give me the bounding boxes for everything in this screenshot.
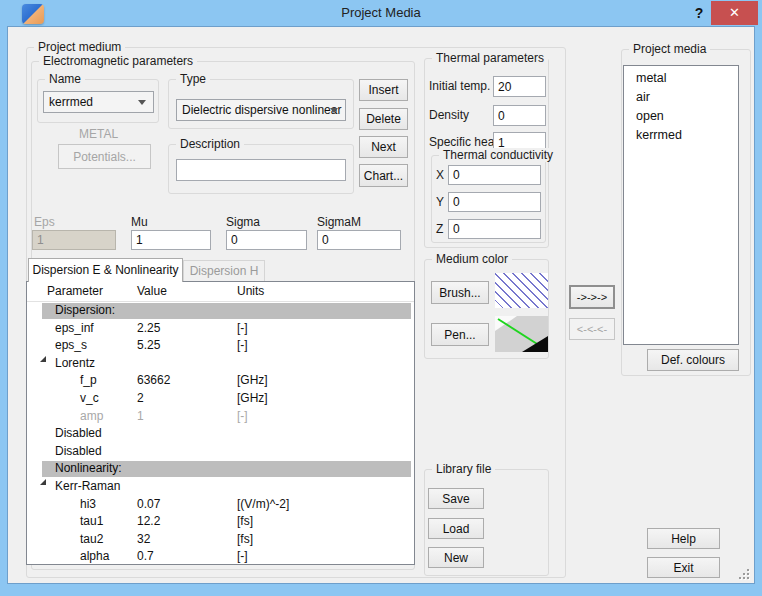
cond-y-label: Y — [436, 195, 444, 209]
table-row[interactable]: Lorentz — [27, 355, 414, 373]
section-label: Nonlinearity: — [55, 461, 122, 475]
name-combobox-value: kerrmed — [49, 95, 93, 109]
mu-field[interactable] — [131, 230, 211, 250]
units-cell: [(V/m)^-2] — [237, 497, 289, 511]
eps-label: Eps — [34, 215, 55, 229]
table-row[interactable]: Disabled — [27, 443, 414, 461]
value-cell[interactable]: 5.25 — [137, 338, 160, 352]
table-row[interactable]: amp1[-] — [27, 408, 414, 426]
table-row[interactable]: eps_inf2.25[-] — [27, 320, 414, 338]
name-label: Name — [45, 72, 85, 86]
pen-button[interactable]: Pen... — [431, 323, 489, 346]
transfer-from-project-button[interactable]: <-<-<- — [569, 318, 615, 340]
project-media-dialog: Project Media ? ✕ Project medium Electro… — [0, 0, 762, 596]
section-band: Dispersion: — [42, 303, 411, 319]
chart-button[interactable]: Chart... — [359, 164, 408, 187]
eps-field — [32, 230, 116, 250]
pen-pattern-swatch — [495, 316, 548, 352]
param-cell: v_c — [80, 391, 99, 405]
chevron-down-icon — [138, 100, 146, 105]
description-label: Description — [176, 137, 244, 151]
delete-button[interactable]: Delete — [359, 108, 408, 130]
metal-label: METAL — [43, 127, 154, 141]
table-row[interactable]: alpha0.7[-] — [27, 548, 414, 565]
project-media-label: Project media — [629, 42, 710, 56]
units-cell: [-] — [237, 338, 248, 352]
sigmam-field[interactable] — [317, 230, 401, 250]
value-cell[interactable]: 0.07 — [137, 497, 160, 511]
media-list-item[interactable]: kerrmed — [624, 126, 738, 145]
close-button[interactable]: ✕ — [711, 1, 758, 25]
table-row[interactable]: tau112.2[fs] — [27, 513, 414, 531]
param-cell: amp — [80, 409, 103, 423]
resize-grip[interactable] — [739, 569, 750, 580]
param-cell: alpha — [80, 549, 109, 563]
cond-z-field[interactable] — [448, 219, 541, 239]
potentials-button[interactable]: Potentials... — [58, 144, 151, 169]
next-button[interactable]: Next — [359, 136, 408, 158]
value-cell[interactable]: 2 — [137, 391, 144, 405]
table-section-row[interactable]: Nonlinearity: — [27, 460, 414, 478]
param-cell: hi3 — [80, 497, 96, 511]
cond-x-field[interactable] — [448, 165, 541, 185]
table-row[interactable]: v_c2[GHz] — [27, 390, 414, 408]
tab-dispersion-h[interactable]: Dispersion H — [183, 260, 265, 282]
brush-button[interactable]: Brush... — [431, 281, 489, 304]
table-row[interactable]: eps_s5.25[-] — [27, 337, 414, 355]
value-cell[interactable]: 12.2 — [137, 514, 160, 528]
units-cell: [-] — [237, 549, 248, 563]
table-row[interactable]: Disabled — [27, 425, 414, 443]
section-band: Nonlinearity: — [42, 461, 411, 477]
table-row[interactable]: tau232[fs] — [27, 531, 414, 549]
cond-y-field[interactable] — [448, 192, 541, 212]
units-cell: [fs] — [237, 532, 253, 546]
units-cell: [-] — [237, 321, 248, 335]
value-cell[interactable]: 0.7 — [137, 549, 154, 563]
param-cell: f_p — [80, 373, 97, 387]
initial-temp-label: Initial temp. — [429, 79, 490, 93]
def-colours-button[interactable]: Def. colours — [647, 349, 739, 371]
col-value: Value — [137, 284, 167, 298]
sigma-field[interactable] — [226, 230, 307, 250]
table-section-row[interactable]: Dispersion: — [27, 302, 414, 320]
help-icon[interactable]: ? — [688, 2, 710, 24]
param-cell: tau2 — [80, 532, 103, 546]
description-input[interactable] — [176, 159, 346, 181]
media-list-item[interactable]: open — [624, 107, 738, 126]
tree-expanded-icon[interactable] — [40, 479, 46, 485]
thermal-conductivity-label: Thermal conductivity — [439, 148, 557, 162]
sigma-label: Sigma — [226, 215, 260, 229]
media-list-item[interactable]: air — [624, 88, 738, 107]
density-field[interactable] — [493, 105, 546, 126]
insert-button[interactable]: Insert — [359, 79, 408, 101]
titlebar[interactable]: Project Media ? ✕ — [0, 0, 762, 26]
value-cell[interactable]: 2.25 — [137, 321, 160, 335]
help-button[interactable]: Help — [647, 528, 720, 549]
name-combobox[interactable]: kerrmed — [43, 91, 154, 113]
table-row[interactable]: f_p63662[GHz] — [27, 372, 414, 390]
param-cell: Kerr-Raman — [55, 479, 120, 493]
transfer-to-project-button[interactable]: ->->-> — [569, 285, 615, 309]
table-row[interactable]: hi30.07[(V/m)^-2] — [27, 496, 414, 514]
dispersion-table-body: Dispersion:eps_inf2.25[-]eps_s5.25[-]Lor… — [27, 302, 414, 565]
specific-heat-label: Specific heat — [429, 135, 498, 149]
media-list-item[interactable]: metal — [624, 69, 738, 88]
type-combobox[interactable]: Dielectric dispersive nonlinear — [176, 99, 346, 121]
initial-temp-field[interactable] — [493, 76, 546, 97]
exit-button[interactable]: Exit — [647, 557, 720, 578]
table-row[interactable]: Kerr-Raman — [27, 478, 414, 496]
tree-expanded-icon[interactable] — [40, 356, 46, 362]
units-cell: [-] — [237, 409, 248, 423]
new-button[interactable]: New — [428, 547, 484, 568]
chevron-down-icon — [330, 108, 338, 113]
load-button[interactable]: Load — [428, 518, 484, 539]
save-button[interactable]: Save — [428, 488, 484, 509]
cond-z-label: Z — [436, 222, 443, 236]
value-cell[interactable]: 63662 — [137, 373, 170, 387]
value-cell[interactable]: 32 — [137, 532, 150, 546]
value-cell[interactable]: 1 — [137, 409, 144, 423]
window-title: Project Media — [0, 0, 762, 26]
project-media-list[interactable]: metalairopenkerrmed — [623, 65, 739, 345]
medium-color-label: Medium color — [432, 252, 512, 266]
tab-dispersion-e-nonlinearity[interactable]: Dispersion E & Nonlinearity — [28, 258, 183, 282]
